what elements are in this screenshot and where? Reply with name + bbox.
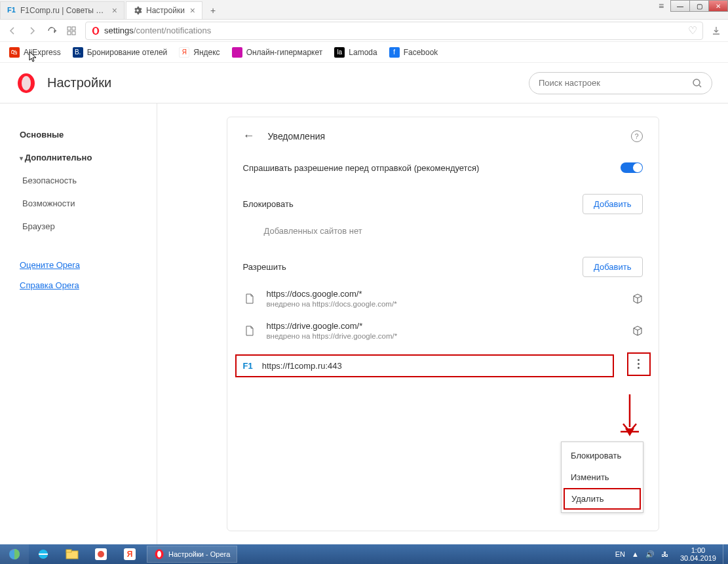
url-text: settings/content/notifications xyxy=(104,26,683,35)
yandex-icon: Я xyxy=(179,47,189,58)
ctx-edit[interactable]: Изменить xyxy=(562,466,643,488)
svg-rect-1 xyxy=(72,27,75,30)
downloads-button[interactable] xyxy=(711,26,721,36)
bookmark-lamoda[interactable]: la Lamoda xyxy=(334,47,377,58)
gear-icon xyxy=(133,6,142,15)
aliexpress-icon: 🛍 xyxy=(9,47,20,58)
tray-network-icon[interactable]: 🖧 xyxy=(661,550,668,558)
minimize-button[interactable]: — xyxy=(670,0,690,12)
sidebar-item-features[interactable]: Возможности xyxy=(20,192,157,215)
back-arrow-icon[interactable]: ← xyxy=(243,129,255,143)
start-button[interactable] xyxy=(0,544,29,564)
site-url: https://docs.google.com/* xyxy=(267,289,622,299)
window-controls: ≡ — ▢ ✕ xyxy=(651,0,728,12)
bookmark-label: Facebook xyxy=(404,48,438,57)
svg-rect-2 xyxy=(67,31,71,35)
svg-text:Я: Я xyxy=(127,550,133,559)
bookmark-yandex[interactable]: Я Яндекс xyxy=(179,47,220,58)
wildberries-icon xyxy=(232,47,242,58)
tab-bar: F1 F1Comp.ru | Советы и лайф × Настройки… xyxy=(0,0,728,20)
context-menu: Блокировать Изменить Удалить xyxy=(561,442,643,513)
sidebar-link-help[interactable]: Справка Opera xyxy=(20,275,157,295)
speed-dial-button[interactable] xyxy=(66,25,77,37)
sidebar-item-security[interactable]: Безопасность xyxy=(20,169,157,192)
opera-menu-icon[interactable]: ≡ xyxy=(651,0,671,12)
bookmark-heart-icon[interactable]: ♡ xyxy=(688,24,697,37)
lang-indicator[interactable]: EN xyxy=(615,550,625,558)
tray-flag-icon[interactable]: ▲ xyxy=(632,550,639,558)
site-embedded: внедрено на https://drive.google.com/* xyxy=(267,332,622,340)
bookmark-aliexpress[interactable]: 🛍 AliExpress xyxy=(9,47,61,58)
bookmark-booking[interactable]: B. Бронирование отелей xyxy=(73,47,168,58)
tab-title: Настройки xyxy=(146,6,185,15)
ctx-block[interactable]: Блокировать xyxy=(562,445,643,466)
bookmark-facebook[interactable]: f Facebook xyxy=(389,47,438,58)
more-dots-icon xyxy=(632,359,646,369)
tab-title: F1Comp.ru | Советы и лайф xyxy=(20,6,107,15)
svg-point-15 xyxy=(98,551,104,557)
search-input[interactable] xyxy=(539,78,692,88)
show-desktop-button[interactable] xyxy=(723,544,728,564)
svg-rect-13 xyxy=(66,550,71,552)
lamoda-icon: la xyxy=(334,47,345,58)
tab-settings[interactable]: Настройки × xyxy=(126,1,202,19)
add-allow-button[interactable]: Добавить xyxy=(583,257,642,277)
cube-icon[interactable] xyxy=(632,326,643,336)
bookmark-wildberries[interactable]: Онлайн-гипермаркет xyxy=(232,47,323,58)
svg-point-9 xyxy=(693,79,700,86)
opera-icon xyxy=(91,26,100,35)
sidebar-item-basic[interactable]: Основные xyxy=(20,123,157,146)
settings-header: Настройки xyxy=(0,63,728,103)
sidebar: Основные Дополнительно Безопасность Возм… xyxy=(0,103,157,544)
site-embedded: внедрено на https://docs.google.com/* xyxy=(267,300,622,308)
allowed-site-row: https://drive.google.com/* внедрено на h… xyxy=(227,314,659,347)
sidebar-link-rate[interactable]: Оцените Opera xyxy=(20,255,157,275)
bookmark-label: Бронирование отелей xyxy=(87,48,168,57)
tab-favicon-f1: F1 xyxy=(7,6,16,15)
annotation-arrow xyxy=(620,394,640,440)
facebook-icon: f xyxy=(389,47,400,58)
forward-button[interactable] xyxy=(26,25,38,37)
reload-button[interactable] xyxy=(46,25,58,37)
bookmarks-bar: 🛍 AliExpress B. Бронирование отелей Я Ян… xyxy=(0,42,728,63)
tray-volume-icon[interactable]: 🔊 xyxy=(645,550,655,559)
task-label: Настройки - Opera xyxy=(168,550,230,558)
taskbar-ie[interactable] xyxy=(29,544,58,564)
taskbar-explorer[interactable] xyxy=(58,544,86,564)
bookmark-label: AliExpress xyxy=(24,48,61,57)
page-title: Настройки xyxy=(47,75,529,90)
site-url: https://f1comp.ru:443 xyxy=(262,361,342,371)
taskbar-yandex[interactable]: Я xyxy=(115,544,144,564)
bookmark-label: Яндекс xyxy=(193,48,220,57)
clock-time: 1:00 xyxy=(680,546,716,554)
ctx-delete[interactable]: Удалить xyxy=(564,488,641,510)
svg-point-8 xyxy=(22,76,31,90)
maximize-button[interactable]: ▢ xyxy=(689,0,709,12)
new-tab-button[interactable]: + xyxy=(204,1,222,19)
tab-close-icon[interactable]: × xyxy=(190,5,195,16)
sidebar-item-advanced[interactable]: Дополнительно xyxy=(20,146,157,169)
help-icon[interactable]: ? xyxy=(631,130,643,142)
sidebar-item-browser[interactable]: Браузер xyxy=(20,215,157,238)
allow-section-title: Разрешить xyxy=(243,262,583,272)
back-button[interactable] xyxy=(7,25,18,37)
tab-close-icon[interactable]: × xyxy=(112,5,117,16)
close-button[interactable]: ✕ xyxy=(708,0,728,12)
tab-f1comp[interactable]: F1 F1Comp.ru | Советы и лайф × xyxy=(0,1,125,19)
address-input[interactable]: settings/content/notifications ♡ xyxy=(85,22,703,40)
more-actions-button[interactable] xyxy=(627,352,651,376)
taskbar-opera-task[interactable]: Настройки - Opera xyxy=(147,546,237,563)
bookmark-label: Онлайн-гипермаркет xyxy=(246,48,323,57)
site-url: https://drive.google.com/* xyxy=(267,321,622,331)
bookmark-label: Lamoda xyxy=(349,48,377,57)
opera-icon xyxy=(154,549,164,559)
add-block-button[interactable]: Добавить xyxy=(583,194,642,214)
taskbar-app[interactable] xyxy=(86,544,115,564)
system-tray: EN ▲ 🔊 🖧 xyxy=(610,550,674,559)
svg-rect-3 xyxy=(72,31,75,35)
ask-permission-toggle[interactable] xyxy=(621,162,643,173)
svg-point-19 xyxy=(157,551,161,557)
cube-icon[interactable] xyxy=(632,293,643,304)
settings-search[interactable] xyxy=(529,72,712,94)
taskbar-clock[interactable]: 1:00 30.04.2019 xyxy=(674,546,723,562)
